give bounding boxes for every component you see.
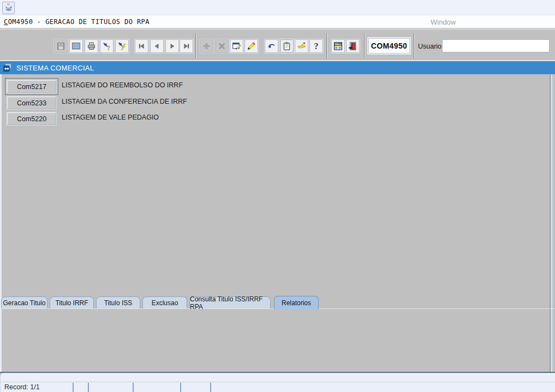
java-application-button[interactable]: [2, 2, 15, 14]
status-cell-separator: [210, 383, 211, 392]
module-code-field[interactable]: COM4950: [368, 38, 410, 54]
toolbar-separator: [414, 33, 415, 58]
report-button-com5220[interactable]: Com5220: [7, 112, 57, 126]
delete-record-icon: [217, 41, 226, 51]
report-description: LISTAGEM DE VALE PEDAGIO: [62, 114, 159, 121]
status-bar: [0, 373, 555, 392]
tab-titulo-iss[interactable]: Titulo ISS: [96, 296, 140, 308]
status-cell-separator: [180, 383, 181, 392]
frame-title: SISTEMA COMERCIAL: [16, 64, 94, 72]
report-button-com5217[interactable]: Com5217: [7, 80, 57, 93]
last-record-button[interactable]: [180, 39, 193, 53]
menu-button[interactable]: Menu: [331, 39, 345, 53]
display-block-icon: [71, 41, 81, 51]
usuario-label: Usuario: [418, 43, 441, 50]
clipboard-icon: [282, 41, 291, 51]
report-row: Com5217 LISTAGEM DO REEMBOLSO DO IRRF: [7, 80, 183, 93]
status-cell-separator: [133, 383, 134, 392]
usuario-input[interactable]: [442, 39, 550, 52]
toolbar-separator: [364, 33, 365, 58]
first-record-button[interactable]: [135, 39, 148, 53]
report-description: LISTAGEM DO REEMBOLSO DO IRRF: [62, 81, 183, 89]
help-icon: ?: [312, 41, 321, 51]
print-button[interactable]: [85, 39, 98, 53]
svg-text:?: ?: [314, 41, 319, 51]
clipboard-button[interactable]: [280, 39, 294, 53]
tab-relatorios[interactable]: Relatorios: [274, 296, 319, 310]
record-indicator: Record: 1/1: [4, 383, 40, 391]
menu-item-window[interactable]: Window: [431, 18, 456, 26]
status-cell-separator: [88, 383, 89, 392]
item-editor-button[interactable]: [244, 39, 258, 53]
window-switch-icon[interactable]: [3, 63, 11, 72]
print-icon: [87, 41, 96, 51]
execute-query-button[interactable]: [115, 39, 129, 53]
status-divider: [0, 382, 555, 382]
enter-query-button[interactable]: ?: [100, 39, 114, 53]
status-cell-separator: [73, 383, 74, 392]
delete-record-button[interactable]: [215, 39, 229, 53]
menu-item-module-title[interactable]: COM4950 - GERACAO DE TITULOS DO RPA: [4, 18, 150, 26]
toolbar-separator: [195, 33, 196, 58]
undo-icon: [267, 41, 276, 51]
save-icon: [56, 41, 65, 51]
toolbar-separator: [326, 33, 327, 58]
previous-record-icon: [152, 41, 162, 51]
report-row: Com5220 LISTAGEM DE VALE PEDAGIO: [7, 112, 159, 126]
toolbar: ?: [0, 29, 555, 61]
display-block-button[interactable]: [69, 39, 83, 53]
tab-exclusao[interactable]: Exclusao: [142, 296, 187, 308]
report-row: Com5233 LISTAGEM DA CONFERENCIA DE IRRF: [7, 96, 187, 110]
first-record-icon: [137, 41, 146, 51]
pencil-icon: [247, 41, 256, 51]
tab-geracao-titulo[interactable]: Geracao Titulo: [1, 296, 47, 308]
record-lock-button[interactable]: [295, 39, 308, 53]
enter-query-icon: ?: [102, 41, 111, 51]
svg-text:Menu: Menu: [335, 42, 341, 46]
insert-record-button[interactable]: [200, 39, 213, 53]
edit-button[interactable]: [230, 39, 243, 53]
java-coffee-cup-icon: [4, 3, 13, 13]
window-top-strip: [0, 0, 555, 15]
frame-right-edge: [550, 74, 551, 372]
next-record-button[interactable]: [165, 39, 179, 53]
frame-right-edge-highlight: [551, 74, 552, 372]
report-description: LISTAGEM DA CONFERENCIA DE IRRF: [62, 98, 187, 105]
exit-button[interactable]: [346, 39, 360, 53]
execute-query-icon: [117, 41, 127, 51]
frame-titlebar: SISTEMA COMERCIAL: [0, 60, 555, 74]
next-record-icon: [168, 41, 177, 51]
hand-icon: [297, 41, 306, 51]
menu-icon: Menu: [333, 41, 343, 51]
insert-record-icon: [202, 41, 211, 51]
help-button[interactable]: ?: [309, 39, 323, 53]
exit-door-icon: [348, 41, 357, 51]
report-button-com5233[interactable]: Com5233: [7, 96, 57, 110]
last-record-icon: [182, 41, 191, 51]
undo-button[interactable]: [265, 39, 278, 53]
menu-bar: COM4950 - GERACAO DE TITULOS DO RPA Wind…: [0, 15, 555, 29]
svg-text:?: ?: [107, 45, 110, 51]
edit-window-icon: [232, 41, 241, 51]
tab-consulta-titulo[interactable]: Consulta Titulo ISS/IRRF RPA: [189, 296, 271, 308]
tab-titulo-irrf[interactable]: Titulo IRRF: [50, 296, 94, 308]
previous-record-button[interactable]: [150, 39, 164, 53]
save-button[interactable]: [54, 39, 68, 53]
